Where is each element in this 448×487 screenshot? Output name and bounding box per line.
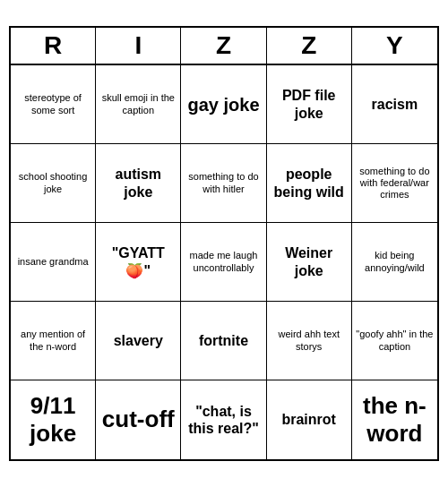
header-z2: Z — [267, 28, 352, 64]
bingo-cell-23: brainrot — [267, 380, 352, 459]
bingo-cell-9: something to do with federal/war crimes — [352, 144, 437, 223]
bingo-cell-21: cut-off — [96, 380, 181, 459]
bingo-card: R I Z Z Y stereotype of some sortskull e… — [9, 26, 439, 461]
bingo-cell-8: people being wild — [267, 144, 352, 223]
header-row: R I Z Z Y — [11, 28, 437, 65]
bingo-cell-22: "chat, is this real?" — [181, 380, 266, 459]
bingo-grid: stereotype of some sortskull emoji in th… — [11, 65, 437, 459]
bingo-cell-4: racism — [352, 65, 437, 144]
bingo-cell-10: insane grandma — [11, 223, 96, 302]
bingo-cell-13: Weiner joke — [267, 223, 352, 302]
header-z1: Z — [181, 28, 266, 64]
bingo-cell-15: any mention of the n-word — [11, 302, 96, 380]
bingo-cell-19: "goofy ahh" in the caption — [352, 302, 437, 380]
bingo-cell-17: fortnite — [181, 302, 266, 380]
bingo-cell-14: kid being annoying/wild — [352, 223, 437, 302]
bingo-cell-2: gay joke — [181, 65, 266, 144]
bingo-cell-24: the n-word — [352, 380, 437, 459]
header-r: R — [11, 28, 96, 64]
bingo-cell-6: autism joke — [96, 144, 181, 223]
header-i: I — [96, 28, 181, 64]
bingo-cell-18: weird ahh text storys — [267, 302, 352, 380]
bingo-cell-11: "GYATT 🍑" — [96, 223, 181, 302]
bingo-cell-16: slavery — [96, 302, 181, 380]
bingo-cell-5: school shooting joke — [11, 144, 96, 223]
bingo-cell-12: made me laugh uncontrollably — [181, 223, 266, 302]
bingo-cell-3: PDF file joke — [267, 65, 352, 144]
bingo-cell-1: skull emoji in the caption — [96, 65, 181, 144]
bingo-cell-7: something to do with hitler — [181, 144, 266, 223]
bingo-cell-0: stereotype of some sort — [11, 65, 96, 144]
header-y: Y — [352, 28, 437, 64]
bingo-cell-20: 9/11 joke — [11, 380, 96, 459]
